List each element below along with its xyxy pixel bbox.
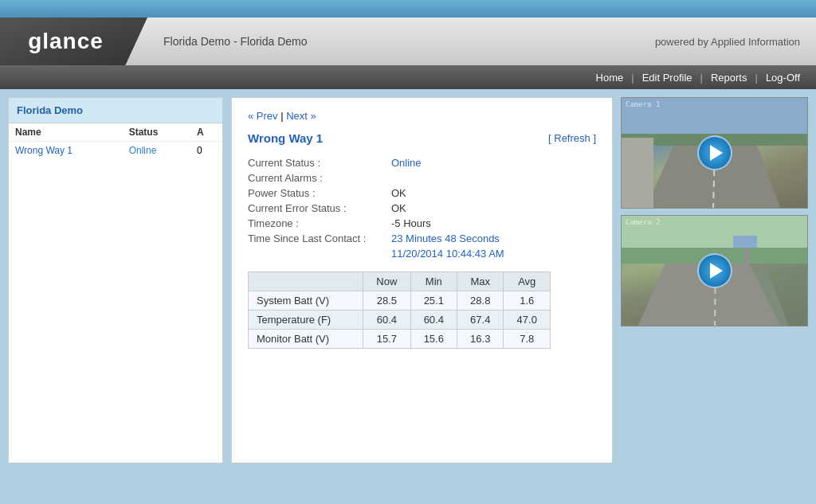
- sidebar-status: Online: [123, 142, 190, 160]
- sidebar-group-name: Florida Demo: [9, 98, 222, 123]
- data-table-col-header: [249, 272, 363, 291]
- nav-sep-3: |: [755, 72, 757, 84]
- status-field-label: Timezone :: [248, 217, 391, 229]
- status-field-value: -5 Hours: [391, 217, 431, 229]
- camera-feed-1[interactable]: Camera 1: [621, 97, 808, 209]
- cam2-play-icon: [710, 263, 723, 279]
- status-field-row: Current Alarms :: [248, 172, 596, 184]
- col-name: Name: [9, 123, 123, 142]
- svg-rect-11: [733, 236, 757, 248]
- status-field-label: Power Status :: [248, 187, 391, 199]
- cam1-play-button[interactable]: [697, 135, 732, 170]
- nav-sep-1: |: [631, 72, 634, 84]
- cam2-play-button[interactable]: [697, 253, 732, 288]
- content-area: « Prev | Next » Wrong Way 1 [ Refresh ] …: [231, 97, 613, 463]
- main-container: Florida Demo Name Status A Wrong Way 1 O…: [0, 89, 816, 471]
- next-link[interactable]: Next »: [286, 110, 316, 122]
- status-field-value: 23 Minutes 48 Seconds: [391, 232, 500, 244]
- status-field-value: OK: [391, 202, 406, 214]
- device-title-row: Wrong Way 1 [ Refresh ]: [248, 131, 596, 145]
- nav-reports[interactable]: Reports: [711, 72, 747, 84]
- status-field-label: Current Error Status :: [248, 202, 391, 214]
- data-table-col-header: Now: [363, 272, 410, 291]
- cam2-label: Camera 2: [626, 218, 660, 226]
- data-table-cell: 28.5: [363, 291, 410, 311]
- camera-feed-2[interactable]: Camera 2: [621, 215, 808, 326]
- data-table-cell: 47.0: [504, 311, 551, 330]
- status-field-label: Current Alarms :: [248, 172, 391, 184]
- header-title: Florida Demo - Florida Demo: [147, 35, 655, 48]
- status-field-value: 11/20/2014 10:44:43 AM: [391, 248, 504, 260]
- data-table-row: Monitor Batt (V)15.715.616.37.8: [249, 330, 551, 349]
- sidebar-row[interactable]: Wrong Way 1 Online 0: [9, 142, 222, 160]
- data-table-cell: 67.4: [457, 311, 504, 330]
- status-field-label: [248, 248, 391, 260]
- status-field-row: 11/20/2014 10:44:43 AM: [248, 248, 596, 260]
- data-table-cell: 25.1: [410, 291, 457, 311]
- data-table-cell: 1.6: [504, 291, 551, 311]
- nav-links: « Prev | Next »: [248, 110, 596, 122]
- data-table-cell: 60.4: [410, 311, 457, 330]
- status-field-row: Power Status :OK: [248, 187, 596, 199]
- data-table-cell: 15.6: [410, 330, 457, 349]
- data-table-cell: System Batt (V): [249, 291, 363, 311]
- nav-edit-profile[interactable]: Edit Profile: [642, 72, 692, 84]
- refresh-link[interactable]: [ Refresh ]: [548, 132, 596, 144]
- data-table-cell: 60.4: [363, 311, 410, 330]
- data-table-cell: 15.7: [363, 330, 410, 349]
- device-title: Wrong Way 1: [248, 131, 323, 145]
- top-bar: [0, 0, 816, 18]
- data-table-cell: Temperature (F): [249, 311, 363, 330]
- nav-home[interactable]: Home: [596, 72, 624, 84]
- header: glance Florida Demo - Florida Demo power…: [0, 18, 816, 65]
- nav-logoff[interactable]: Log-Off: [766, 72, 800, 84]
- data-table-cell: 7.8: [504, 330, 551, 349]
- nav-sep-2: |: [700, 72, 703, 84]
- data-table-col-header: Max: [457, 272, 504, 291]
- status-field-label: Time Since Last Contact :: [248, 232, 391, 244]
- svg-rect-4: [622, 138, 653, 209]
- status-field-label: Current Status :: [248, 157, 391, 169]
- data-table-col-header: Min: [410, 272, 457, 291]
- sidebar: Florida Demo Name Status A Wrong Way 1 O…: [8, 97, 223, 463]
- camera-area: Camera 1: [621, 97, 808, 463]
- status-field-row: Current Status :Online: [248, 157, 596, 169]
- prev-link[interactable]: « Prev: [248, 110, 278, 122]
- nav-bar: Home | Edit Profile | Reports | Log-Off: [0, 65, 816, 89]
- logo-text: glance: [28, 29, 104, 54]
- data-table-row: Temperature (F)60.460.467.447.0: [249, 311, 551, 330]
- data-table-cell: Monitor Batt (V): [249, 330, 363, 349]
- col-status: Status: [123, 123, 190, 142]
- data-table-cell: 16.3: [457, 330, 504, 349]
- col-alarms: A: [190, 123, 222, 142]
- status-field-row: Timezone :-5 Hours: [248, 217, 596, 229]
- header-powered: powered by Applied Information: [655, 36, 816, 48]
- status-field-value: Online: [391, 157, 422, 169]
- sidebar-alarms: 0: [190, 142, 222, 160]
- cam1-play-icon: [710, 145, 723, 161]
- status-grid: Current Status :OnlineCurrent Alarms :Po…: [248, 157, 596, 260]
- data-table-col-header: Avg: [504, 272, 551, 291]
- status-field-row: Time Since Last Contact :23 Minutes 48 S…: [248, 232, 596, 244]
- status-field-row: Current Error Status :OK: [248, 202, 596, 214]
- sidebar-device-link[interactable]: Wrong Way 1: [15, 145, 73, 156]
- data-table: NowMinMaxAvgSystem Batt (V)28.525.128.81…: [248, 272, 551, 349]
- status-field-value: OK: [391, 187, 406, 199]
- logo-area: glance: [0, 18, 147, 65]
- data-table-row: System Batt (V)28.525.128.81.6: [249, 291, 551, 311]
- sidebar-table: Name Status A Wrong Way 1 Online 0: [9, 123, 222, 159]
- data-table-cell: 28.8: [457, 291, 504, 311]
- cam1-label: Camera 1: [626, 100, 660, 108]
